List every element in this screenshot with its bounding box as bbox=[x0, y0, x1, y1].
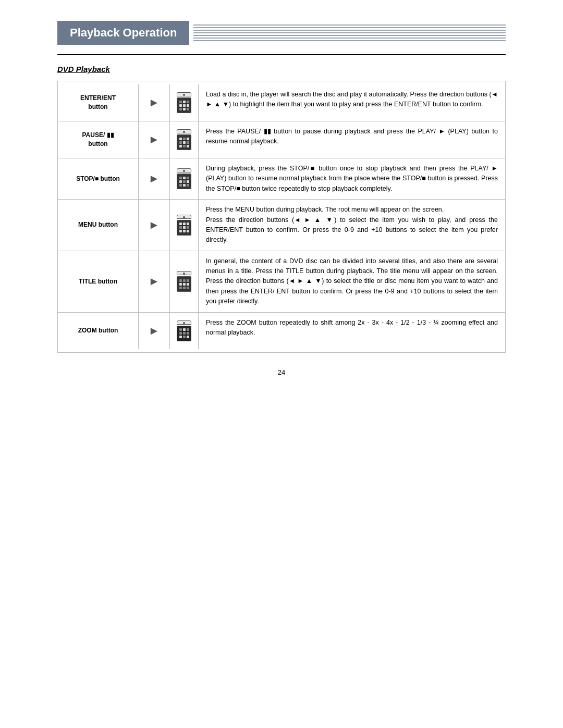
label-menu: MENU button bbox=[78, 220, 118, 229]
label-cell-stop: STOP/■ button bbox=[58, 158, 139, 199]
table-row: MENU button ► bbox=[58, 200, 505, 251]
arrow-right-icon: ► bbox=[149, 218, 160, 232]
desc-enter: Load a disc in, the player will search t… bbox=[199, 84, 505, 121]
image-cell-zoom bbox=[170, 313, 199, 349]
remote-icon bbox=[174, 320, 194, 341]
arrow-right-icon: ► bbox=[149, 324, 160, 338]
label-pause: PAUSE/ ▮▮button bbox=[82, 131, 114, 149]
arrow-right-icon: ► bbox=[149, 275, 160, 288]
arrow-menu: ► bbox=[139, 200, 170, 251]
desc-title: In general, the content of a DVD disc ca… bbox=[199, 251, 505, 312]
desc-zoom: Press the ZOOM button repeatedly to shif… bbox=[199, 313, 505, 349]
image-cell-enter bbox=[170, 84, 199, 121]
label-enter: ENTER/ENTbutton bbox=[80, 94, 116, 112]
arrow-stop: ► bbox=[139, 158, 170, 199]
page-number: 24 bbox=[57, 368, 506, 376]
desc-stop: During playback, press the STOP/■ button… bbox=[199, 158, 505, 199]
image-cell-menu bbox=[170, 200, 199, 251]
label-title: TITLE button bbox=[79, 277, 117, 286]
title-decoration bbox=[189, 21, 506, 45]
remote-icon bbox=[174, 129, 194, 150]
image-cell-stop bbox=[170, 158, 199, 199]
label-stop: STOP/■ button bbox=[76, 175, 120, 183]
arrow-right-icon: ► bbox=[149, 133, 160, 146]
table-row: ZOOM button ► bbox=[58, 313, 505, 349]
arrow-zoom: ► bbox=[139, 313, 170, 349]
desc-menu: Press the MENU button during playback. T… bbox=[199, 200, 505, 251]
arrow-right-icon: ► bbox=[149, 96, 160, 109]
table-row: ENTER/ENTbutton ► bbox=[58, 84, 505, 121]
label-cell-enter: ENTER/ENTbutton bbox=[58, 84, 139, 121]
arrow-pause: ► bbox=[139, 121, 170, 158]
label-cell-zoom: ZOOM button bbox=[58, 313, 139, 349]
table-row: PAUSE/ ▮▮button ► bbox=[58, 121, 505, 158]
table-row: STOP/■ button ► bbox=[58, 158, 505, 200]
section-heading: DVD Playback bbox=[57, 65, 506, 73]
remote-icon bbox=[174, 92, 194, 113]
remote-icon bbox=[174, 271, 194, 292]
page-title-block: Playback Operation bbox=[57, 21, 506, 45]
image-cell-pause bbox=[170, 121, 199, 158]
desc-pause: Press the PAUSE/ ▮▮ button to pause duri… bbox=[199, 121, 505, 158]
page-divider bbox=[57, 54, 506, 55]
label-cell-pause: PAUSE/ ▮▮button bbox=[58, 121, 139, 158]
table-row: TITLE button ► bbox=[58, 251, 505, 313]
arrow-enter: ► bbox=[139, 84, 170, 121]
remote-icon bbox=[174, 215, 194, 236]
label-zoom: ZOOM button bbox=[78, 326, 118, 335]
label-cell-title: TITLE button bbox=[58, 251, 139, 312]
arrow-right-icon: ► bbox=[149, 172, 160, 186]
label-cell-menu: MENU button bbox=[58, 200, 139, 251]
image-cell-title bbox=[170, 251, 199, 312]
arrow-title: ► bbox=[139, 251, 170, 312]
page-title: Playback Operation bbox=[57, 21, 189, 45]
content-box: ENTER/ENTbutton ► bbox=[57, 81, 506, 353]
remote-icon bbox=[174, 168, 194, 189]
